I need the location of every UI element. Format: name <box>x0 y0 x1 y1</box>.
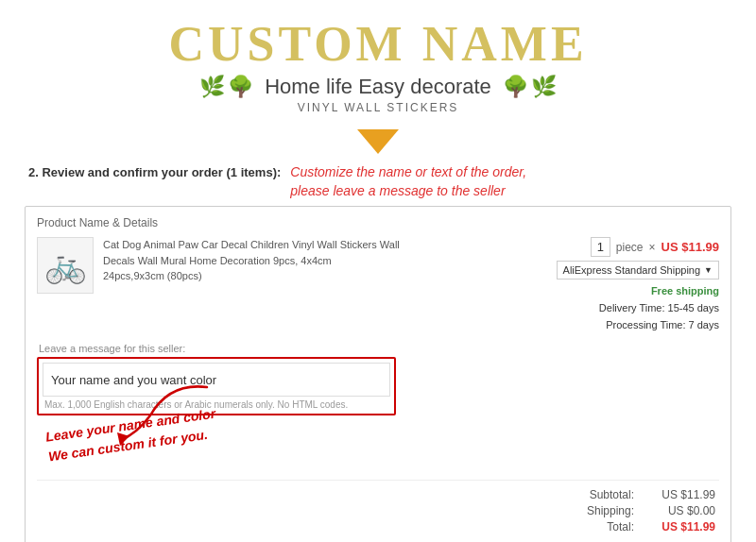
tree-icon-left: 🌿🌳 <box>199 75 253 99</box>
unit-label: piece <box>616 241 644 254</box>
product-info: Decals Wall Mural Home Decoration 9pcs, … <box>103 253 521 269</box>
product-size: 24pcs,9x3cm (80pcs) <box>103 268 521 284</box>
delivery-time: Delivery Time: 15-45 days <box>599 300 719 317</box>
processing-time: Processing Time: 7 days <box>599 317 719 334</box>
header-subtitle: 🌿🌳 Home life Easy decorate 🌳🌿 <box>0 75 756 99</box>
message-label: Leave a message for this seller: <box>39 343 719 354</box>
product-thumbnail: 🚲 <box>44 240 87 291</box>
arrow-down-icon <box>357 129 399 154</box>
product-right: 1 piece × US $11.99 AliExpress Standard … <box>530 237 719 333</box>
product-image: 🚲 <box>37 237 94 294</box>
product-price: US $11.99 <box>662 240 719 254</box>
total-value: US $11.99 <box>649 520 715 534</box>
shipping-info: Free shipping Delivery Time: 15-45 days … <box>599 283 719 333</box>
qty-price-row: 1 piece × US $11.99 <box>591 237 719 257</box>
subtotal-value: US $11.99 <box>649 488 715 501</box>
page-title: CUSTOM NAME <box>0 17 756 71</box>
shipping-value: US $0.00 <box>649 504 715 517</box>
product-name: Cat Dog Animal Paw Car Decal Children Vi… <box>103 237 521 253</box>
times-sign: × <box>649 241 656 254</box>
card-label: Product Name & Details <box>37 216 719 229</box>
section-header: 2. Review and confirm your order (1 item… <box>0 163 756 200</box>
shipping-method-label: AliExpress Standard Shipping <box>563 264 701 276</box>
header: CUSTOM NAME 🌿🌳 Home life Easy decorate 🌳… <box>0 0 756 122</box>
total-row: Total: US $11.99 <box>577 520 715 534</box>
product-row: 🚲 Cat Dog Animal Paw Car Decal Children … <box>37 237 719 333</box>
shipping-dropdown[interactable]: AliExpress Standard Shipping ▼ <box>557 261 719 279</box>
totals-section: Subtotal: US $11.99 Shipping: US $0.00 T… <box>37 488 719 534</box>
subtitle-text: Home life Easy decorate <box>265 75 491 99</box>
order-card: Product Name & Details 🚲 Cat Dog Animal … <box>25 206 731 542</box>
free-shipping-label: Free shipping <box>599 283 719 300</box>
quantity-display: 1 <box>591 237 610 257</box>
annotation-area: Leave your name and color We can custom … <box>37 406 719 472</box>
shipping-row: Shipping: US $0.00 <box>577 504 715 517</box>
shipping-label: Shipping: <box>577 504 634 517</box>
total-label: Total: <box>577 520 634 534</box>
section-number: 2. Review and confirm your order (1 item… <box>28 165 281 179</box>
vinyl-label: VINYL WALL STICKERS <box>0 101 756 114</box>
tree-icon-right: 🌳🌿 <box>503 75 557 99</box>
subtotal-label: Subtotal: <box>577 488 634 501</box>
subtotal-row: Subtotal: US $11.99 <box>577 488 715 501</box>
dropdown-arrow-icon: ▼ <box>704 265 713 275</box>
divider <box>37 480 719 481</box>
section-instruction: Customize the name or text of the order,… <box>290 163 526 200</box>
product-details: Cat Dog Animal Paw Car Decal Children Vi… <box>103 237 521 284</box>
